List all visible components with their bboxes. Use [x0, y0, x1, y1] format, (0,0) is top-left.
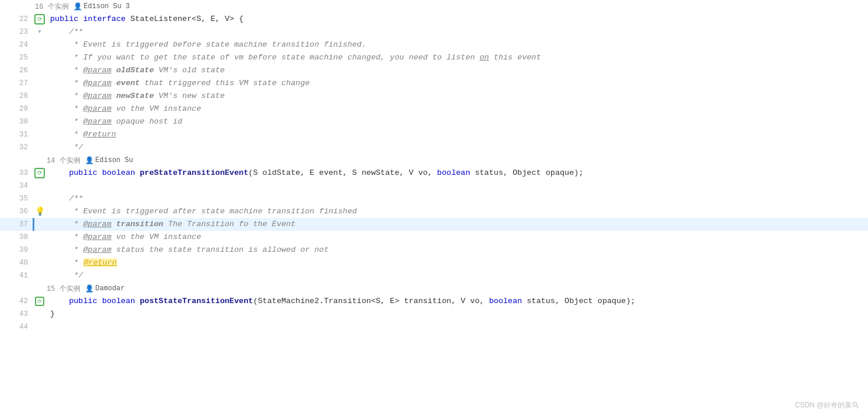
line-number: 22: [0, 13, 33, 26]
line-content: /**: [47, 26, 868, 38]
run-icon-small[interactable]: ⟳: [35, 297, 44, 306]
instances-count: 16 个实例: [35, 2, 69, 12]
line-content: * @param transition The Transition fo th…: [47, 218, 868, 231]
line-gutter: [33, 192, 47, 205]
line-content: [47, 180, 868, 192]
code-line: 30 * @param opaque host id: [0, 115, 868, 128]
line-number: 27: [0, 77, 33, 90]
line-gutter: ▾: [33, 26, 47, 38]
meta-author: Damodar: [96, 284, 125, 293]
line-gutter: [33, 308, 47, 321]
line-content: * @param opaque host id: [47, 115, 868, 128]
code-line: 25 * If you want to get the state of vm …: [0, 51, 868, 64]
line-content: * @param vo the VM instance: [47, 103, 868, 115]
line-gutter: [33, 115, 47, 128]
line-content: public boolean preStateTransitionEvent(S…: [47, 167, 868, 180]
line-number: 23: [0, 26, 33, 38]
line-content: * Event is triggered before state machin…: [47, 38, 868, 51]
line-number: 31: [0, 128, 33, 141]
line-number: 26: [0, 64, 33, 77]
line-content: * @param status the state transition is …: [47, 244, 868, 256]
code-line: 32 */: [0, 141, 868, 154]
code-line: 44: [0, 321, 868, 333]
line-gutter: ⟳: [33, 295, 47, 308]
line-gutter: ⟳: [33, 167, 47, 180]
meta-bar-top: 16 个实例👤Edison Su 3: [0, 0, 868, 13]
meta-author-icon: 👤: [85, 284, 94, 293]
watermark: CSDN @好奇的菜鸟: [795, 400, 859, 410]
line-gutter: [33, 77, 47, 90]
line-number: 33: [0, 167, 33, 180]
collapse-icon[interactable]: ▾: [37, 26, 42, 38]
line-number: 43: [0, 308, 33, 321]
line-number: 24: [0, 38, 33, 51]
line-gutter: [33, 180, 47, 192]
code-line: 36💡 * Event is triggered after state mac…: [0, 205, 868, 218]
line-gutter: [33, 244, 47, 256]
meta-author: Edison Su: [96, 156, 133, 164]
meta-line: 15 个实例👤Damodar: [0, 282, 868, 295]
line-content: * @param oldState VM's old state: [47, 64, 868, 77]
line-gutter: [33, 128, 47, 141]
line-gutter: [33, 256, 47, 269]
line-gutter: [33, 103, 47, 115]
line-gutter: ⟳: [33, 13, 47, 26]
run-icon[interactable]: ⟳: [34, 14, 45, 24]
run-icon[interactable]: ⟳: [34, 168, 45, 178]
code-line: 23▾ /**: [0, 26, 868, 38]
line-content: * @param vo the VM instance: [47, 231, 868, 244]
line-number: 38: [0, 231, 33, 244]
line-number: 36: [0, 205, 33, 218]
code-line: 34: [0, 180, 868, 192]
line-content: public boolean postStateTransitionEvent(…: [47, 295, 868, 308]
code-line: 29 * @param vo the VM instance: [0, 103, 868, 115]
line-number: 42: [0, 295, 33, 308]
line-number: 34: [0, 180, 33, 192]
line-number: 44: [0, 321, 33, 333]
line-gutter: [33, 38, 47, 51]
line-content: * @return: [47, 128, 868, 141]
line-number: 28: [0, 90, 33, 103]
code-line: 41 */: [0, 269, 868, 282]
line-content: * Event is triggered after state machine…: [47, 205, 868, 218]
line-number: 35: [0, 192, 33, 205]
code-line: 39 * @param status the state transition …: [0, 244, 868, 256]
line-gutter: [33, 90, 47, 103]
code-line: 28 * @param newState VM's new state: [0, 90, 868, 103]
code-line: 35 /**: [0, 192, 868, 205]
author-name: Edison Su 3: [84, 2, 130, 10]
line-number: 40: [0, 256, 33, 269]
line-content: * If you want to get the state of vm bef…: [47, 51, 868, 64]
line-content: [47, 321, 868, 333]
line-content: }: [47, 308, 868, 321]
code-lines: 16 个实例👤Edison Su 322⟳public interface St…: [0, 0, 868, 333]
line-number: 32: [0, 141, 33, 154]
code-line: 27 * @param event that triggered this VM…: [0, 77, 868, 90]
bulb-icon[interactable]: 💡: [35, 205, 45, 218]
code-line: 43}: [0, 308, 868, 321]
line-number: 29: [0, 103, 33, 115]
line-gutter: [33, 218, 47, 231]
line-gutter: [33, 269, 47, 282]
line-number: 41: [0, 269, 33, 282]
code-line: 38 * @param vo the VM instance: [0, 231, 868, 244]
code-line: 26 * @param oldState VM's old state: [0, 64, 868, 77]
code-editor: 16 个实例👤Edison Su 322⟳public interface St…: [0, 0, 868, 415]
meta-instances: 15 个实例: [47, 284, 80, 294]
line-gutter: [33, 141, 47, 154]
line-number: 25: [0, 51, 33, 64]
line-gutter: [33, 64, 47, 77]
line-content: /**: [47, 192, 868, 205]
line-content: * @param newState VM's new state: [47, 90, 868, 103]
code-line: 24 * Event is triggered before state mac…: [0, 38, 868, 51]
line-gutter: [33, 231, 47, 244]
meta-author-icon: 👤: [85, 156, 94, 165]
line-content: */: [47, 141, 868, 154]
line-gutter: 💡: [33, 205, 47, 218]
author-icon: 👤: [73, 2, 82, 11]
left-bar: [33, 218, 34, 231]
code-line: 33⟳ public boolean preStateTransitionEve…: [0, 167, 868, 180]
meta-instances: 14 个实例: [47, 156, 80, 166]
line-number: 30: [0, 115, 33, 128]
line-content: * @return: [47, 256, 868, 269]
